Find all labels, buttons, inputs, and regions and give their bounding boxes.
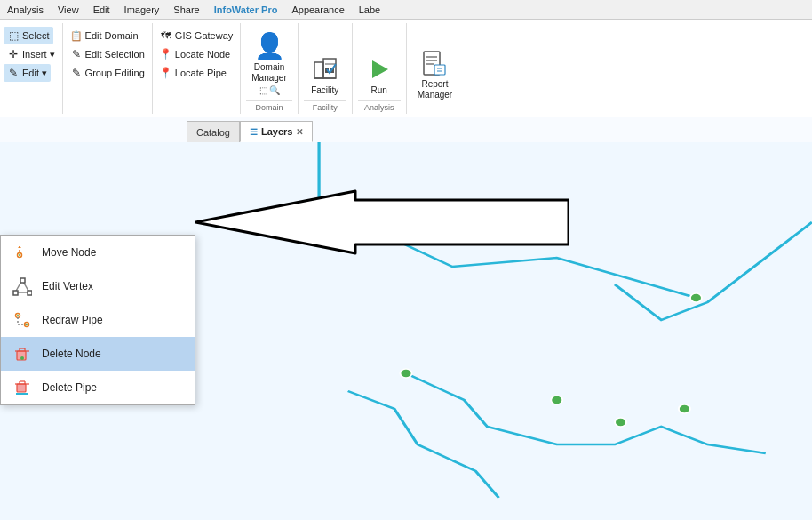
svg-rect-25 — [20, 278, 25, 283]
delete-pipe-icon — [12, 377, 33, 398]
svg-point-28 — [17, 315, 19, 316]
select-label: Select — [22, 30, 50, 41]
insert-icon: ✛ — [7, 48, 20, 60]
edit-icon: ✎ — [7, 67, 20, 79]
run-button[interactable]: Run — [358, 29, 401, 97]
svg-point-15 — [690, 293, 702, 302]
svg-point-22 — [19, 254, 20, 256]
svg-rect-26 — [28, 291, 32, 295]
edit-vertex-label: Edit Vertex — [42, 280, 93, 292]
gis-gateway-label: GIS Gateway — [175, 30, 233, 41]
svg-marker-20 — [195, 191, 569, 253]
select-group-content: ⬚ Select ✛ Insert ▾ ✎ Edit ▾ — [4, 25, 59, 112]
insert-label: Insert ▾ — [22, 49, 55, 60]
group-editing-label: Group Editing — [85, 68, 145, 78]
menu-share[interactable]: Share — [173, 4, 199, 15]
dropdown-menu: Move Node Edit Vertex — [0, 235, 195, 405]
svg-rect-11 — [434, 65, 445, 75]
locate-node-label: Locate Node — [175, 49, 230, 60]
edit-selection-label: Edit Selection — [85, 49, 145, 60]
run-icon — [365, 55, 394, 84]
canvas-tabs: Catalog ☰ Layers ✕ — [187, 117, 313, 142]
delete-node-label: Delete Node — [42, 348, 101, 360]
move-node-icon — [12, 242, 33, 263]
edit-selection-icon: ✎ — [70, 48, 83, 60]
domain-sub-icon-1: ⬚ — [259, 85, 267, 95]
ribbon-group-select: ⬚ Select ✛ Insert ▾ ✎ Edit ▾ — [0, 23, 63, 114]
svg-point-17 — [615, 418, 626, 427]
locate-pipe-icon: 📍 — [160, 67, 172, 79]
run-label: Run — [371, 85, 387, 95]
menu-infowater[interactable]: InfoWater Pro — [214, 4, 278, 15]
catalog-tab-label: Catalog — [196, 127, 230, 138]
domain-manager-button[interactable]: 👤 DomainManager ⬚ 🔍 — [246, 29, 291, 97]
menu-bar: Analysis View Edit Imagery Share InfoWat… — [0, 0, 812, 20]
domain-group-label: Domain — [246, 100, 291, 112]
edit-selection-button[interactable]: ✎ Edit Selection — [67, 45, 148, 63]
select-button[interactable]: ⬚ Select — [4, 27, 53, 44]
canvas-area: Catalog ☰ Layers ✕ — [0, 117, 812, 520]
gis-content: 🗺 GIS Gateway 📍 Locate Node 📍 Locate Pip… — [156, 25, 236, 112]
locate-pipe-label: Locate Pipe — [175, 68, 227, 78]
insert-button[interactable]: ✛ Insert ▾ — [4, 45, 59, 63]
layers-tab-label: Layers — [261, 126, 292, 137]
delete-node-icon — [12, 343, 33, 364]
move-node-label: Move Node — [42, 246, 96, 259]
analysis-group-label: Analysis — [358, 100, 401, 112]
edit-vertex-item[interactable]: Edit Vertex — [1, 269, 195, 303]
svg-point-16 — [551, 396, 562, 404]
redraw-pipe-item[interactable]: Redraw Pipe — [1, 303, 195, 337]
edit-domain-icon: 📋 — [70, 29, 83, 42]
facility-button[interactable]: Facility — [304, 29, 346, 97]
delete-pipe-item[interactable]: Delete Pipe — [1, 371, 195, 404]
svg-point-19 — [400, 369, 411, 378]
svg-point-18 — [679, 404, 690, 413]
group-editing-button[interactable]: ✎ Group Editing — [67, 64, 148, 82]
layers-tab-icon: ☰ — [250, 127, 258, 137]
menu-imagery[interactable]: Imagery — [124, 4, 160, 15]
delete-node-item[interactable]: Delete Node — [1, 337, 195, 371]
group-editing-icon: ✎ — [70, 67, 83, 79]
menu-analysis[interactable]: Analysis — [7, 4, 44, 15]
delete-pipe-label: Delete Pipe — [42, 381, 97, 394]
menu-appearance[interactable]: Appearance — [291, 4, 344, 15]
catalog-tab[interactable]: Catalog — [187, 121, 240, 142]
menu-edit[interactable]: Edit — [93, 4, 110, 15]
svg-rect-24 — [13, 291, 18, 295]
redraw-pipe-label: Redraw Pipe — [42, 314, 103, 326]
redraw-pipe-icon — [12, 309, 33, 331]
facility-group-label: Facility — [304, 100, 346, 112]
locate-node-button[interactable]: 📍 Locate Node — [156, 45, 234, 63]
report-manager-icon — [420, 49, 449, 77]
edit-button[interactable]: ✎ Edit ▾ — [4, 64, 51, 82]
edit-domain-content: 📋 Edit Domain ✎ Edit Selection ✎ Group E… — [67, 25, 148, 112]
edit-vertex-icon — [12, 276, 33, 297]
layers-tab-close[interactable]: ✕ — [296, 127, 303, 137]
svg-rect-37 — [17, 384, 26, 392]
menu-view[interactable]: View — [58, 4, 79, 15]
svg-point-30 — [26, 324, 28, 325]
ribbon-group-report: ReportManager — [407, 23, 463, 114]
domain-sub-icon-2: 🔍 — [269, 85, 280, 95]
edit-domain-button[interactable]: 📋 Edit Domain — [67, 27, 142, 44]
svg-marker-6 — [372, 60, 388, 78]
arrow-annotation — [195, 187, 569, 258]
locate-node-icon: 📍 — [160, 48, 172, 60]
ribbon: ⬚ Select ✛ Insert ▾ ✎ Edit ▾ 📋 Edit Doma… — [0, 20, 812, 117]
edit-domain-label: Edit Domain — [85, 30, 139, 41]
move-node-item[interactable]: Move Node — [1, 236, 195, 269]
report-manager-button[interactable]: ReportManager — [412, 35, 458, 102]
layers-tab[interactable]: ☰ Layers ✕ — [240, 121, 313, 142]
edit-label: Edit ▾ — [22, 68, 47, 79]
gis-gateway-button[interactable]: 🗺 GIS Gateway — [156, 27, 236, 44]
locate-pipe-button[interactable]: 📍 Locate Pipe — [156, 64, 230, 82]
ribbon-group-domain: 👤 DomainManager ⬚ 🔍 Domain — [241, 23, 298, 114]
svg-rect-0 — [314, 62, 323, 78]
menu-label[interactable]: Labe — [359, 4, 380, 15]
svg-point-36 — [20, 356, 24, 360]
select-icon: ⬚ — [7, 29, 20, 42]
report-manager-label: ReportManager — [418, 79, 452, 100]
ribbon-group-edit-domain: 📋 Edit Domain ✎ Edit Selection ✎ Group E… — [63, 23, 153, 114]
ribbon-group-analysis: Run Analysis — [353, 23, 407, 114]
ribbon-group-gis: 🗺 GIS Gateway 📍 Locate Node 📍 Locate Pip… — [153, 23, 241, 114]
